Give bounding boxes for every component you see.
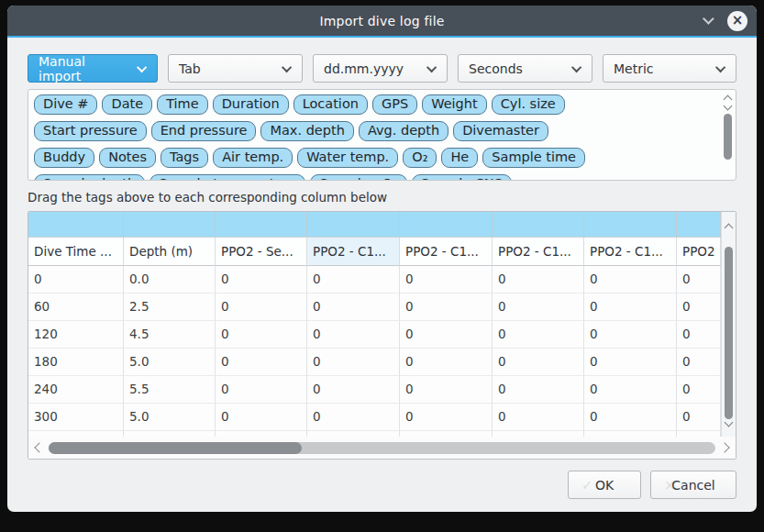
column-header[interactable]: PPO2 - C1... [493, 238, 584, 266]
scrollbar-track[interactable] [49, 442, 715, 454]
table-row: 2405.5000000 [28, 376, 721, 404]
close-icon[interactable]: × [727, 11, 747, 31]
chevron-down-icon [715, 61, 725, 72]
scroll-down-icon[interactable] [725, 418, 734, 427]
table-cell: 5.0 [124, 349, 216, 376]
table-header-row: Dive Time ...Depth (m)PPO2 - Se...PPO2 -… [28, 238, 721, 266]
table-cell: 0 [400, 294, 493, 321]
drop-target-cell[interactable] [28, 212, 124, 238]
tag-he[interactable]: He [441, 148, 478, 168]
table-cell: 0 [677, 349, 721, 376]
tag-duration[interactable]: Duration [213, 94, 289, 115]
tag-sample-po-[interactable]: Sample pO₂ [310, 174, 406, 181]
tag-location[interactable]: Location [293, 94, 368, 115]
tag-air-temp-[interactable]: Air temp. [213, 148, 293, 168]
table-cell: 0 [400, 349, 493, 376]
table-cell: 5.5 [124, 376, 216, 404]
ok-button-label: OK [595, 478, 614, 493]
scroll-right-icon[interactable] [719, 442, 729, 452]
table-cell: 0 [584, 266, 677, 294]
tag-date[interactable]: Date [102, 94, 152, 115]
column-header[interactable]: Dive Time ... [28, 238, 124, 266]
tag-sample-time[interactable]: Sample time [482, 148, 585, 168]
table-cell: 0 [677, 266, 721, 294]
tag-start-pressure[interactable]: Start pressure [34, 121, 147, 141]
table-cell: 0 [677, 404, 721, 431]
table-cell: 300 [28, 404, 124, 431]
cancel-button-label: Cancel [671, 478, 714, 493]
scroll-down-icon[interactable] [724, 102, 733, 111]
column-header[interactable]: PPO2 - C1... [400, 238, 493, 266]
tag-sample-depth[interactable]: Sample depth [34, 174, 145, 181]
tag-water-temp-[interactable]: Water temp. [297, 148, 398, 168]
drop-target-cell[interactable] [307, 212, 400, 238]
dialog-footer: ✓ OK × Cancel [7, 460, 757, 499]
chevron-down-icon [571, 61, 581, 72]
combo-value: Manual import [39, 54, 130, 83]
table-horizontal-scrollbar[interactable] [28, 437, 736, 459]
drop-target-cell[interactable] [216, 212, 307, 238]
table-cell: 60 [28, 294, 124, 321]
table-cell: 0 [584, 321, 677, 349]
table-cell: 0 [493, 404, 584, 431]
column-header[interactable]: PPO2 [677, 238, 721, 266]
chevron-down-icon [137, 61, 147, 72]
table-cell: 120 [28, 321, 124, 349]
tag-sample-temperature[interactable]: Sample temperature [149, 174, 305, 181]
drop-target-cell[interactable] [124, 212, 216, 238]
tag-dive-[interactable]: Dive # [34, 94, 97, 115]
combo-tab[interactable]: Tab [168, 54, 303, 83]
table-cell: 0 [307, 404, 400, 431]
combo-metric[interactable]: Metric [603, 54, 736, 83]
chevron-down-icon [282, 61, 292, 72]
titlebar[interactable]: Import dive log file × [7, 6, 757, 36]
tag-max-depth[interactable]: Max. depth [260, 121, 353, 141]
table-cell: 0 [584, 376, 677, 404]
drop-target-cell[interactable] [493, 212, 584, 238]
table-cell: 0 [584, 294, 677, 321]
column-header[interactable]: PPO2 - C1... [584, 238, 677, 266]
table-cell: 0 [400, 321, 493, 349]
tag-tags[interactable]: Tags [161, 148, 208, 168]
combo-dd-mm-yyyy[interactable]: dd.mm.yyyy [313, 54, 448, 83]
table-cell: 0 [677, 294, 721, 321]
scroll-up-icon[interactable] [725, 224, 734, 233]
column-header[interactable]: PPO2 - C1... [307, 238, 400, 266]
table-body: Dive Time ...Depth (m)PPO2 - Se...PPO2 -… [28, 212, 721, 437]
combo-value: Metric [614, 61, 654, 76]
tag-sample-cns[interactable]: Sample CNS [412, 174, 512, 181]
tag-row: Start pressureEnd pressureMax. depthAvg.… [34, 121, 730, 144]
table-cell: 0 [307, 349, 400, 376]
table-vertical-scrollbar[interactable] [721, 212, 736, 437]
table-cell: 0 [216, 376, 307, 404]
drop-target-cell[interactable] [400, 212, 493, 238]
tag-notes[interactable]: Notes [99, 148, 156, 168]
scrollbar-thumb[interactable] [49, 442, 302, 454]
tag-buddy[interactable]: Buddy [34, 148, 94, 168]
tag-avg-depth[interactable]: Avg. depth [359, 121, 448, 141]
drop-target-row [28, 212, 721, 238]
tag-cyl-size[interactable]: Cyl. size [492, 94, 565, 115]
combo-seconds[interactable]: Seconds [458, 54, 592, 83]
column-header[interactable]: Depth (m) [124, 238, 216, 266]
ok-button[interactable]: ✓ OK [568, 471, 641, 499]
tag-gps[interactable]: GPS [372, 94, 417, 115]
table-cell: 0 [216, 321, 307, 349]
tag-time[interactable]: Time [157, 94, 208, 115]
scrollbar-thumb[interactable] [724, 114, 732, 160]
combo-manual-import[interactable]: Manual import [28, 54, 158, 83]
cancel-button[interactable]: × Cancel [650, 471, 736, 499]
column-header[interactable]: PPO2 - Se... [216, 238, 307, 266]
scrollbar-thumb[interactable] [725, 247, 733, 419]
tag-pool-scrollbar[interactable] [721, 91, 735, 179]
table-cell: 0 [493, 321, 584, 349]
table-cell: 0 [493, 266, 584, 294]
table-cell: 0 [493, 349, 584, 376]
scroll-left-icon[interactable] [34, 442, 44, 452]
tag-o-[interactable]: O₂ [403, 148, 437, 168]
tag-weight[interactable]: Weight [422, 94, 487, 115]
tag-divemaster[interactable]: Divemaster [453, 121, 548, 141]
drop-target-cell[interactable] [584, 212, 677, 238]
tag-end-pressure[interactable]: End pressure [151, 121, 257, 141]
drop-target-cell[interactable] [677, 212, 721, 238]
